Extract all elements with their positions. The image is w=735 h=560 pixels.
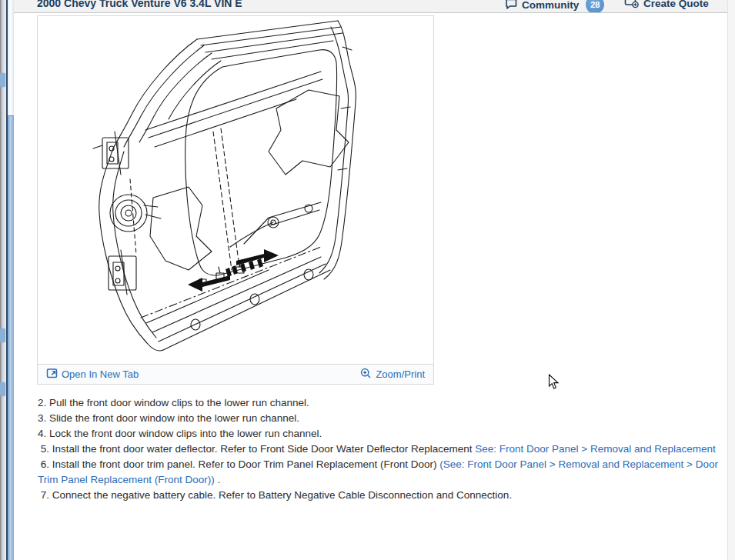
instruction-step-7: 7. Connect the negative battery cable. R… [38, 488, 718, 503]
step-5-reference-link[interactable]: See: Front Door Panel > Removal and Repl… [475, 443, 716, 455]
quote-plus-icon [624, 0, 640, 12]
left-scrollbar-thumb[interactable] [8, 115, 14, 560]
create-quote-button[interactable]: Create Quote [624, 0, 709, 12]
step-5-text: 5. Install the front door water deflecto… [38, 443, 475, 455]
community-button[interactable]: Community 28 [505, 0, 604, 13]
instruction-step-3: 3. Slide the front door window into the … [38, 411, 718, 426]
diagram-card: Open In New Tab Zoom/Print [37, 15, 434, 385]
zoom-print-link[interactable]: Zoom/Print [360, 368, 425, 382]
left-rail [0, 0, 14, 560]
open-in-new-tab-link[interactable]: Open In New Tab [46, 368, 139, 381]
step-7-text: 7. Connect the negative battery cable. R… [38, 489, 512, 501]
door-diagram-drawing [38, 16, 433, 364]
step-2-text: 2. Pull the front door window clips to t… [38, 397, 309, 408]
rail-handle-bottom[interactable] [0, 382, 5, 396]
diagram-image[interactable] [38, 16, 433, 364]
step-4-text: 4. Lock the front door window clips into… [38, 428, 322, 439]
rail-handle-top[interactable] [0, 73, 5, 87]
header-bar: 2000 Chevy Truck Venture V6 3.4L VIN E C… [14, 0, 729, 13]
page: 2000 Chevy Truck Venture V6 3.4L VIN E C… [0, 0, 735, 560]
open-in-new-tab-icon [46, 368, 58, 381]
step-6-text: 6. Install the front door trim panel. Re… [38, 458, 439, 470]
open-in-new-tab-label: Open In New Tab [62, 368, 139, 380]
instruction-step-2: 2. Pull the front door window clips to t… [38, 395, 718, 411]
community-label: Community [522, 0, 579, 11]
zoom-print-label: Zoom/Print [376, 368, 425, 380]
step-3-text: 3. Slide the front door window into the … [38, 412, 299, 424]
zoom-plus-icon [360, 368, 372, 382]
instruction-step-5: 5. Install the front door water deflecto… [38, 442, 718, 457]
left-scrollbar-track[interactable] [8, 0, 14, 115]
instruction-step-4: 4. Lock the front door window clips into… [38, 426, 718, 442]
community-badge: 28 [586, 0, 604, 13]
right-gutter [727, 0, 735, 560]
instruction-step-6: 6. Install the front door trim panel. Re… [38, 457, 718, 488]
instruction-list: 2. Pull the front door window clips to t… [38, 395, 718, 503]
create-quote-label: Create Quote [643, 0, 709, 9]
diagram-card-footer: Open In New Tab Zoom/Print [38, 364, 433, 384]
page-title: 2000 Chevy Truck Venture V6 3.4L VIN E [37, 0, 242, 9]
mouse-cursor [548, 374, 560, 394]
chat-bubble-icon [505, 0, 518, 12]
step-6-post: . [215, 474, 221, 485]
rail-handle-middle[interactable] [0, 328, 5, 342]
